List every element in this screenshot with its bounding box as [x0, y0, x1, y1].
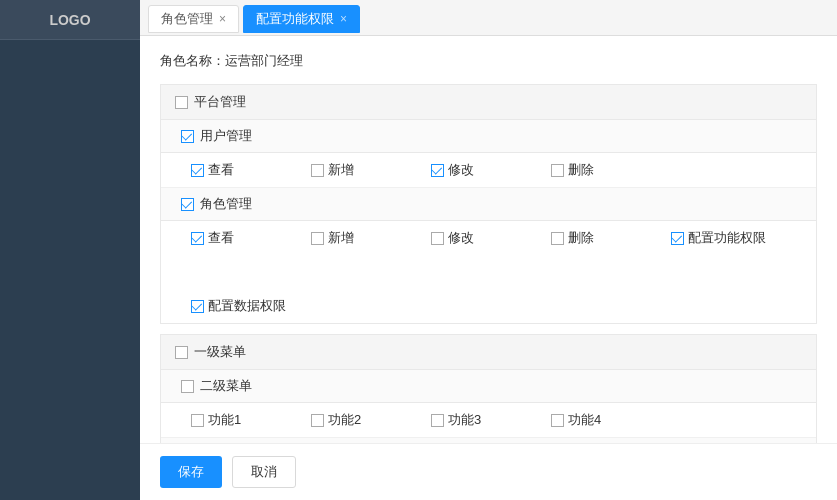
perm-role-config-data-label: 配置数据权限 — [208, 297, 286, 315]
perm-user-add: 新增 — [311, 161, 381, 179]
content-area: 角色名称：运营部门经理 平台管理 用户管理 查看 新增 — [140, 36, 837, 443]
tab-config-perm-close[interactable]: × — [340, 13, 347, 25]
tab-bar: 角色管理 × 配置功能权限 × — [140, 0, 837, 36]
perm-user-view-label: 查看 — [208, 161, 234, 179]
level1-menu-label: 一级菜单 — [194, 343, 246, 361]
perm-m1-func3-cb[interactable] — [431, 414, 444, 427]
perm-role-config-perm: 配置功能权限 — [671, 229, 766, 247]
platform-mgmt-checkbox[interactable] — [175, 96, 188, 109]
perm-user-view: 查看 — [191, 161, 261, 179]
perm-user-add-cb[interactable] — [311, 164, 324, 177]
user-mgmt-checkbox[interactable] — [181, 130, 194, 143]
perm-role-view-cb[interactable] — [191, 232, 204, 245]
perm-role-config-perm-cb[interactable] — [671, 232, 684, 245]
footer: 保存 取消 — [140, 443, 837, 500]
perm-user-add-label: 新增 — [328, 161, 354, 179]
level2-menu-1-label: 二级菜单 — [200, 377, 252, 395]
tab-config-perm[interactable]: 配置功能权限 × — [243, 5, 360, 33]
sidebar: LOGO — [0, 0, 140, 500]
perm-role-delete-cb[interactable] — [551, 232, 564, 245]
perm-role-config-data: 配置数据权限 — [191, 297, 286, 315]
level1-menu-checkbox[interactable] — [175, 346, 188, 359]
section-user-mgmt-header: 用户管理 — [161, 120, 816, 153]
perm-m1-func2-label: 功能2 — [328, 411, 361, 429]
logo: LOGO — [0, 0, 140, 40]
perm-role-add-cb[interactable] — [311, 232, 324, 245]
perm-user-edit: 修改 — [431, 161, 501, 179]
perm-m1-func4-label: 功能4 — [568, 411, 601, 429]
main-area: 角色管理 × 配置功能权限 × 角色名称：运营部门经理 平台管理 用户管理 — [140, 0, 837, 500]
perm-user-delete: 删除 — [551, 161, 621, 179]
platform-mgmt-label: 平台管理 — [194, 93, 246, 111]
perm-m1-func1: 功能1 — [191, 411, 261, 429]
perm-role-edit-cb[interactable] — [431, 232, 444, 245]
perm-user-view-cb[interactable] — [191, 164, 204, 177]
perm-m1-func2-cb[interactable] — [311, 414, 324, 427]
perm-role-view-label: 查看 — [208, 229, 234, 247]
perm-role-delete-label: 删除 — [568, 229, 594, 247]
tab-role-mgmt[interactable]: 角色管理 × — [148, 5, 239, 33]
perm-role-edit-label: 修改 — [448, 229, 474, 247]
save-button[interactable]: 保存 — [160, 456, 222, 488]
section-role-mgmt-header: 角色管理 — [161, 188, 816, 221]
section-level1-menu: 一级菜单 二级菜单 功能1 功能2 功能3 — [160, 334, 817, 443]
tab-config-perm-label: 配置功能权限 — [256, 10, 334, 28]
role-name-row: 角色名称：运营部门经理 — [160, 52, 817, 70]
tab-role-mgmt-label: 角色管理 — [161, 10, 213, 28]
user-mgmt-perms: 查看 新增 修改 删除 — [161, 153, 816, 188]
section-level1-menu-header: 一级菜单 — [161, 335, 816, 370]
perm-user-delete-cb[interactable] — [551, 164, 564, 177]
perm-m1-func1-cb[interactable] — [191, 414, 204, 427]
perm-role-edit: 修改 — [431, 229, 501, 247]
perm-m1-func1-label: 功能1 — [208, 411, 241, 429]
section-platform-mgmt-header: 平台管理 — [161, 85, 816, 120]
level2-menu-1-checkbox[interactable] — [181, 380, 194, 393]
perm-role-view: 查看 — [191, 229, 261, 247]
role-mgmt-perms: 查看 新增 修改 删除 配置功能权限 — [161, 221, 816, 323]
user-mgmt-label: 用户管理 — [200, 127, 252, 145]
perm-role-add: 新增 — [311, 229, 381, 247]
perm-role-add-label: 新增 — [328, 229, 354, 247]
perm-role-config-perm-label: 配置功能权限 — [688, 229, 766, 247]
perm-m1-func3-label: 功能3 — [448, 411, 481, 429]
perm-m1-func3: 功能3 — [431, 411, 501, 429]
level2-menu-1-perms: 功能1 功能2 功能3 功能4 — [161, 403, 816, 438]
perm-m1-func4: 功能4 — [551, 411, 621, 429]
perm-m1-func2: 功能2 — [311, 411, 381, 429]
role-mgmt-checkbox[interactable] — [181, 198, 194, 211]
section-level2-menu-1-header: 二级菜单 — [161, 370, 816, 403]
perm-user-edit-label: 修改 — [448, 161, 474, 179]
perm-role-delete: 删除 — [551, 229, 621, 247]
perm-user-edit-cb[interactable] — [431, 164, 444, 177]
perm-m1-func4-cb[interactable] — [551, 414, 564, 427]
perm-role-config-data-cb[interactable] — [191, 300, 204, 313]
section-platform-mgmt: 平台管理 用户管理 查看 新增 修改 — [160, 84, 817, 324]
cancel-button[interactable]: 取消 — [232, 456, 296, 488]
tab-role-mgmt-close[interactable]: × — [219, 13, 226, 25]
role-mgmt-label: 角色管理 — [200, 195, 252, 213]
perm-user-delete-label: 删除 — [568, 161, 594, 179]
